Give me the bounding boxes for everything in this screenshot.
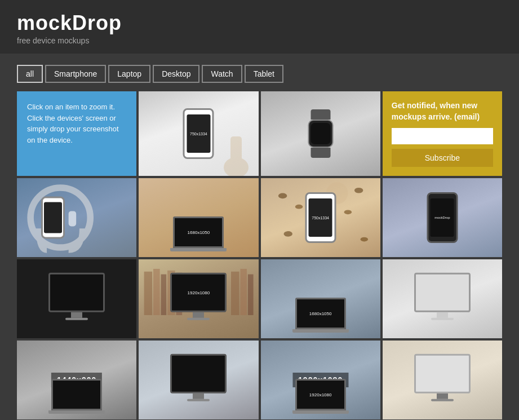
filter-all[interactable]: all: [17, 65, 43, 83]
imac-white-base: [431, 318, 454, 320]
filter-laptop[interactable]: Laptop: [108, 65, 150, 83]
svg-point-6: [295, 205, 303, 209]
info-text: Click on an item to zoom it. Click the d…: [27, 101, 126, 145]
info-box: Click on an item to zoom it. Click the d…: [17, 91, 136, 176]
svg-rect-4: [69, 211, 77, 227]
imac-books-base: [187, 318, 210, 320]
laptop-tall-base: [292, 410, 349, 414]
imac-room-shape: [414, 354, 471, 401]
mockup-phone-hand-white[interactable]: 750x1334: [139, 91, 258, 176]
watch-screen: [310, 123, 330, 144]
phone-shape-coffee: 750x1334: [305, 192, 336, 243]
svg-rect-17: [231, 272, 239, 315]
svg-rect-12: [144, 272, 152, 315]
imac-dark-base: [65, 318, 88, 320]
imac-books-screen: 1920x1080: [170, 273, 227, 312]
svg-point-9: [283, 231, 292, 237]
filter-buttons: all Smartphone Laptop Desktop Watch Tabl…: [17, 65, 502, 83]
mockup-imac-light-room[interactable]: [383, 341, 502, 419]
mockup-phone-coffee[interactable]: 750x1334: [261, 178, 380, 257]
logo-title: mockDrop: [17, 11, 502, 35]
laptop-gray-base: [48, 410, 105, 414]
grid-row-3: 1920x1080 1920x1080: [17, 259, 502, 338]
imac-dark-stand: [71, 312, 82, 318]
laptop-tall-shape: 1920x1080: [292, 379, 349, 414]
mockup-laptop-desk[interactable]: 1680x1050: [139, 178, 258, 257]
svg-rect-1: [230, 136, 242, 167]
svg-rect-13: [153, 269, 160, 315]
imac-white-stand: [437, 312, 448, 318]
laptop-base: [170, 248, 227, 251]
watch-device-shape: [308, 109, 333, 158]
phone-shape-dark: mockDrop: [427, 192, 458, 243]
imac-dark-shape: [48, 273, 105, 320]
filter-bar: all Smartphone Laptop Desktop Watch Tabl…: [0, 54, 519, 91]
phone-dims: 750x1334: [190, 132, 207, 136]
filter-tablet[interactable]: Tablet: [245, 65, 283, 83]
laptop-person-dims: 1680x1050: [309, 311, 332, 316]
mockup-phone-headphones[interactable]: [17, 178, 136, 257]
mockup-imac-white[interactable]: 1920x1080: [383, 259, 502, 338]
svg-point-5: [278, 193, 286, 199]
laptop-tall-screen: 1920x1080: [295, 379, 346, 410]
laptop-person-screen: 1680x1050: [295, 298, 346, 329]
mockup-laptop-gray[interactable]: 1440x900: [17, 341, 136, 419]
imac-room-base: [431, 399, 454, 401]
imac-books-shape: 1920x1080: [170, 273, 227, 320]
notify-title: Get notified, when new mockups arrive. (…: [392, 100, 493, 122]
phone-device-shape: 750x1334: [183, 108, 214, 159]
desktop2-base: [187, 399, 210, 401]
mockup-imac-dark[interactable]: 1920x1080: [17, 259, 136, 338]
watch-body: [308, 120, 333, 148]
phone-dims-dark: mockDrop: [434, 216, 450, 219]
svg-rect-14: [161, 275, 167, 315]
imac-books-stand: [193, 312, 204, 318]
mockup-phone-hand-dark[interactable]: mockDrop: [383, 178, 502, 257]
filter-desktop[interactable]: Desktop: [153, 65, 199, 83]
phone-screen-dark: mockDrop: [431, 198, 454, 237]
desktop2-screen: [170, 354, 227, 394]
laptop-gray-shape: [48, 379, 105, 414]
imac-room-stand: [437, 394, 448, 399]
phone-dims-coffee: 750x1334: [312, 216, 329, 220]
laptop-screen: 1680x1050: [173, 216, 224, 248]
grid-row-1: Click on an item to zoom it. Click the d…: [17, 91, 502, 176]
notify-box: Get notified, when new mockups arrive. (…: [383, 91, 502, 176]
filter-smartphone[interactable]: Smartphone: [45, 65, 106, 83]
mockup-desktop2[interactable]: 1920x1080: [139, 341, 258, 419]
svg-rect-18: [241, 269, 247, 315]
svg-point-8: [344, 210, 352, 215]
grid-row-4: 1440x900 1920x1080 1920x1080: [17, 341, 502, 419]
svg-rect-19: [248, 275, 254, 315]
subscribe-button[interactable]: Subscribe: [392, 149, 493, 167]
watch-band-top: [310, 109, 330, 120]
watch-band-bottom: [310, 148, 330, 158]
phone-shape-small: [41, 197, 65, 239]
imac-room-screen: [414, 354, 471, 394]
imac-white-shape: [414, 273, 471, 320]
header: mockDrop free device mockups: [0, 0, 519, 54]
laptop-person-base: [292, 329, 349, 333]
laptop-dims: 1680x1050: [188, 230, 210, 235]
email-input[interactable]: [392, 128, 493, 144]
mockup-laptop-person[interactable]: 1680x1050: [261, 259, 380, 338]
mockup-laptop-tall[interactable]: 1920x1080 1920x1080: [261, 341, 380, 419]
imac-books-dims: 1920x1080: [188, 290, 210, 295]
svg-point-10: [360, 237, 368, 242]
phone-screen-coffee: 750x1334: [309, 198, 332, 237]
mockup-watch-desk[interactable]: [261, 91, 380, 176]
headphone-bg: [17, 178, 136, 257]
filter-watch[interactable]: Watch: [202, 65, 242, 83]
imac-dark-screen: [48, 273, 105, 312]
grid-row-2: 1680x1050 750x1334: [17, 178, 502, 257]
laptop-person-shape: 1680x1050: [292, 298, 349, 333]
phone-screen: 750x1334: [187, 114, 210, 153]
svg-point-7: [354, 188, 362, 193]
hand-icon: [219, 120, 253, 176]
mockup-desktop-books[interactable]: 1920x1080: [139, 259, 258, 338]
phone-screen-small: [44, 202, 62, 233]
desktop2-shape: [170, 354, 227, 401]
imac-white-screen: [414, 273, 471, 312]
laptop-gray-screen: [51, 379, 102, 410]
mockup-imac-room[interactable]: 1920x1080 1920x1080: [261, 341, 503, 419]
